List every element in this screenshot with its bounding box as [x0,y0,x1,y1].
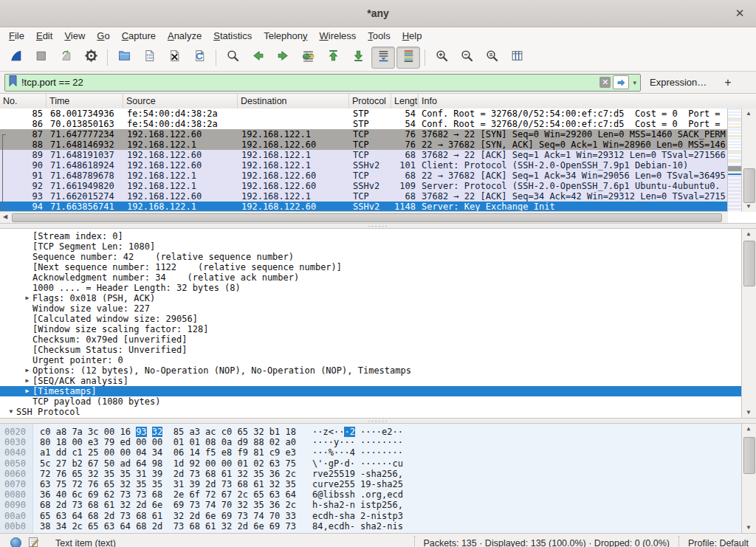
scroll-down-arrow[interactable]: ▼ [742,202,755,212]
scroll-thumb[interactable] [743,437,755,474]
find-packet-button[interactable] [221,47,244,69]
menu-tools[interactable]: Tools [362,29,396,43]
start-capture-button[interactable] [4,47,27,69]
expanded-arrow-icon[interactable]: ▼ [6,407,16,417]
resize-columns-button[interactable] [505,47,529,69]
packet-row-94[interactable]: 9471.663856741192.168.122.1192.168.122.6… [0,202,728,212]
menu-wireless[interactable]: Wireless [314,29,362,43]
expression-button[interactable]: Expression… [650,77,707,88]
packet-row-89[interactable]: 8971.648191037192.168.122.60192.168.122.… [0,150,728,160]
column-header-time[interactable]: Time [47,94,123,109]
filter-apply-button[interactable] [613,75,629,89]
packet-list-vscrollbar[interactable]: ▲ ▼ [741,109,756,212]
hex-row[interactable]: 008036 40 6c 69 62 73 73 68 2e 6f 72 67 … [0,489,742,500]
zoom-100-button[interactable] [480,47,504,69]
display-filter-field[interactable]: ✕ ▾ [4,74,641,92]
status-profile[interactable]: Profile: Default [678,536,750,547]
pane-splitter[interactable] [0,419,756,424]
title-bar[interactable]: *any ✕ [0,0,756,27]
column-header-destination[interactable]: Destination [238,94,349,109]
scroll-up-arrow[interactable]: ▲ [742,229,755,239]
display-filter-input[interactable] [20,77,599,88]
filter-bookmark-icon[interactable] [8,75,18,90]
stop-capture-button[interactable] [29,47,52,69]
open-file-button[interactable] [112,47,136,69]
capture-options-button[interactable] [79,47,103,69]
collapsed-arrow-icon[interactable]: ▶ [22,386,32,396]
colorize-packets-button[interactable] [396,47,420,69]
zoom-out-button[interactable] [455,47,478,69]
detail-line[interactable]: ▼SSH Protocol [0,407,742,417]
close-file-button[interactable] [162,47,186,69]
scroll-down-arrow[interactable]: ▼ [742,523,755,533]
detail-line[interactable]: ▶[SEQ/ACK analysis] [0,376,742,386]
scroll-up-arrow[interactable]: ▲ [742,424,755,434]
go-forward-button[interactable] [271,47,295,69]
save-file-button[interactable]: 01011101 [137,47,161,69]
detail-line[interactable]: [TCP Segment Len: 1080] [0,241,742,252]
detail-line[interactable]: TCP payload (1080 bytes) [0,396,742,407]
hex-row[interactable]: 0040a1 dd c1 25 00 00 04 34 06 14 f5 e8 … [0,447,742,458]
menu-telephony[interactable]: Telephony [258,29,313,43]
hex-row[interactable]: 00b038 34 2c 65 63 64 68 2d 73 68 61 32 … [0,521,742,531]
hex-row[interactable]: 00a065 63 64 68 2d 73 68 61 32 2d 6e 69 … [0,511,742,521]
menu-analyze[interactable]: Analyze [162,29,207,43]
zoom-in-button[interactable] [430,47,453,69]
column-header-source[interactable]: Source [123,94,238,109]
detail-line[interactable]: ▶Options: (12 bytes), No-Operation (NOP)… [0,365,742,376]
column-header-protocol[interactable]: Protocol [349,94,391,109]
filter-clear-button[interactable]: ✕ [599,77,611,88]
hex-row[interactable]: 009068 2d 73 68 61 32 2d 6e 69 73 74 70 … [0,500,742,510]
column-header-length[interactable]: Length [391,94,419,109]
filter-dropdown-caret[interactable]: ▾ [630,79,639,86]
scroll-thumb[interactable] [12,213,722,222]
hex-row[interactable]: 006072 76 65 32 35 35 31 39 2d 73 68 61 … [0,469,742,479]
auto-scroll-button[interactable] [371,47,395,69]
collapsed-arrow-icon[interactable]: ▶ [22,293,32,303]
details-vscrollbar[interactable]: ▲ ▼ [741,229,756,418]
scroll-left-arrow[interactable]: ◀ [0,212,10,222]
packet-row-93[interactable]: 9371.662015274192.168.122.60192.168.122.… [0,191,728,202]
column-header-info[interactable]: Info [419,94,756,109]
detail-line[interactable]: [Calculated window size: 29056] [0,314,742,324]
column-header-no[interactable]: No. [0,94,47,109]
expert-info-icon[interactable] [10,537,21,547]
packet-row-86[interactable]: 8670.013850163fe:54:00:d4:38:2aSTP54Conf… [0,119,728,129]
close-button[interactable]: ✕ [729,0,750,26]
packet-row-85[interactable]: 8568.001734936fe:54:00:d4:38:2aSTP54Conf… [0,109,728,119]
collapsed-arrow-icon[interactable]: ▶ [22,365,32,376]
detail-line[interactable]: Sequence number: 42 (relative sequence n… [0,252,742,262]
menu-statistics[interactable]: Statistics [207,29,258,43]
detail-line[interactable]: ▶[Timestamps] [0,386,742,396]
packet-row-91[interactable]: 9171.648789678192.168.122.1192.168.122.6… [0,171,728,181]
go-first-button[interactable] [321,47,345,69]
scroll-thumb[interactable] [743,241,755,286]
detail-line[interactable]: Urgent pointer: 0 [0,355,742,365]
menu-edit[interactable]: Edit [30,29,58,43]
go-to-packet-button[interactable] [296,47,320,69]
menu-capture[interactable]: Capture [116,29,162,43]
hex-row[interactable]: 0020c0 a8 7a 3c 00 16 93 32 85 a3 ac c0 … [0,427,742,437]
intelligent-scrollbar[interactable] [727,109,742,212]
collapsed-arrow-icon[interactable]: ▶ [22,376,32,386]
pane-splitter[interactable] [0,224,756,229]
capture-comment-icon[interactable] [28,537,39,547]
detail-line[interactable]: Checksum: 0x79ed [unverified] [0,334,742,345]
packet-row-88[interactable]: 8871.648146932192.168.122.1192.168.122.6… [0,140,728,150]
detail-line[interactable]: [Next sequence number: 1122 (relative se… [0,262,742,272]
detail-line[interactable]: 1000 .... = Header Length: 32 bytes (8) [0,283,742,293]
bytes-vscrollbar[interactable]: ▲ ▼ [741,424,756,533]
detail-line[interactable]: [Stream index: 0] [0,231,742,241]
packet-row-87[interactable]: 8771.647777234192.168.122.60192.168.122.… [0,129,728,140]
packet-row-92[interactable]: 9271.661949820192.168.122.1192.168.122.6… [0,181,728,191]
hex-row[interactable]: 003080 18 00 e3 79 ed 00 00 01 01 08 0a … [0,437,742,447]
scroll-thumb[interactable] [743,168,755,203]
detail-line[interactable]: [Checksum Status: Unverified] [0,345,742,355]
reload-file-button[interactable] [188,47,211,69]
menu-go[interactable]: Go [91,29,115,43]
filter-add-button[interactable]: + [720,76,735,89]
detail-line[interactable]: ▶Flags: 0x018 (PSH, ACK) [0,293,742,303]
detail-line[interactable]: Acknowledgment number: 34 (relative ack … [0,272,742,283]
menu-help[interactable]: Help [396,29,428,43]
menu-file[interactable]: File [3,29,30,43]
